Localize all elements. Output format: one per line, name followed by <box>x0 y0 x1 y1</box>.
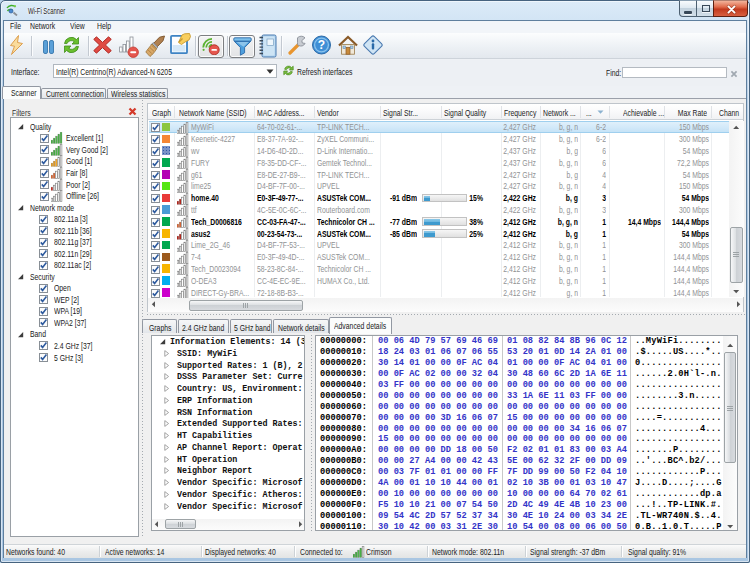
svg-text:?: ? <box>318 38 325 52</box>
